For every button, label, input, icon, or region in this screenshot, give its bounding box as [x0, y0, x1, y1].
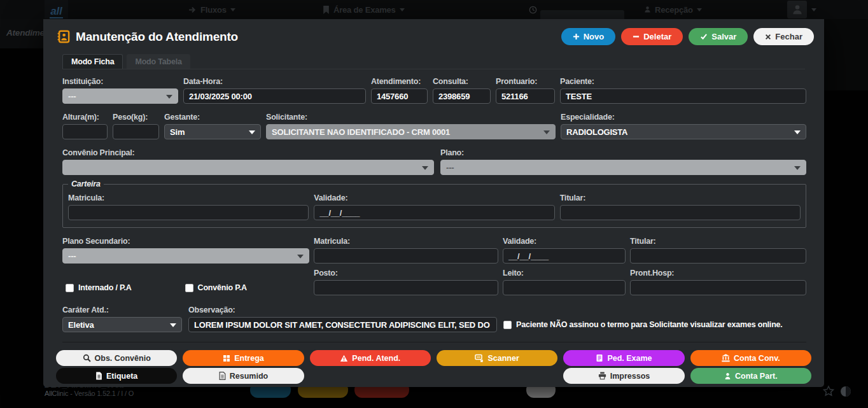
- chevron-down-icon: [297, 255, 304, 258]
- conta-conv-button[interactable]: Conta Conv.: [690, 350, 811, 366]
- internado-checkbox-row[interactable]: Internado / P.A: [66, 283, 132, 292]
- chevron-down-icon: [543, 130, 550, 134]
- termo-label: Paciente NÃO assinou o termo para Solici…: [516, 320, 783, 329]
- validade2-input[interactable]: __/__/____: [503, 248, 626, 264]
- carteira-fieldset: Carteira Matricula: Validade: __/__/____…: [62, 184, 806, 228]
- conta-conv-label: Conta Conv.: [734, 354, 780, 363]
- tab-modo-ficha[interactable]: Modo Ficha: [62, 54, 123, 69]
- observacao-input[interactable]: LOREM IPSUM DOLOR SIT AMET, CONSECTETUR …: [188, 317, 497, 332]
- ped-exame-button[interactable]: Ped. Exame: [563, 350, 684, 366]
- instituicao-label: Instituição:: [62, 77, 178, 86]
- peso-label: Peso(kg):: [113, 113, 159, 122]
- resumido-button[interactable]: Resumido: [183, 368, 304, 384]
- convenio-pa-checkbox-row[interactable]: Convênio P.A: [185, 283, 247, 292]
- entrega-button[interactable]: Entrega: [183, 350, 304, 366]
- consulta-value: 2398659: [438, 92, 470, 101]
- etiqueta-button[interactable]: Etiqueta: [56, 368, 177, 384]
- altura-label: Altura(m):: [62, 113, 108, 122]
- salvar-button-label: Salvar: [711, 32, 736, 41]
- plano-select[interactable]: ---: [440, 160, 806, 175]
- matricula2-label: Matricula:: [314, 237, 498, 246]
- convenio-principal-select[interactable]: [62, 160, 434, 175]
- star-icon[interactable]: [822, 385, 835, 398]
- carteira-validade-input[interactable]: __/__/____: [314, 205, 554, 220]
- modal-title: Manutenção do Atendimento: [57, 30, 238, 44]
- posto-label: Posto:: [314, 269, 498, 278]
- file-text-icon: [219, 372, 226, 380]
- pront-hosp-input[interactable]: [630, 280, 806, 295]
- solicitante-select[interactable]: SOLICITANTE NAO IDENTIFICADO - CRM 0001: [266, 124, 556, 139]
- prontuario-input[interactable]: 521166: [496, 88, 555, 104]
- carteira-validade-label: Validade:: [314, 193, 554, 202]
- convenio-pa-checkbox[interactable]: [185, 284, 193, 292]
- convenio-principal-label: Convênio Principal:: [62, 148, 434, 157]
- validade2-mask: __/__/____: [508, 251, 549, 261]
- carater-select[interactable]: Eletiva: [62, 317, 182, 332]
- consulta-input[interactable]: 2398659: [433, 88, 491, 104]
- fechar-button-label: Fechar: [775, 32, 802, 41]
- solicitante-label: Solicitante:: [266, 113, 556, 122]
- convenio-pa-label: Convênio P.A: [198, 283, 247, 292]
- data-hora-label: Data-Hora:: [183, 77, 366, 86]
- address-book-icon: [57, 30, 70, 43]
- instituicao-value: ---: [68, 92, 76, 101]
- conta-part-button[interactable]: Conta Part.: [690, 368, 811, 384]
- warning-icon: [340, 355, 348, 362]
- atendimento-label: Atendimento:: [371, 77, 428, 86]
- atendimento-input[interactable]: 1457660: [371, 88, 428, 104]
- especialidade-select[interactable]: RADIOLOGISTA: [561, 124, 806, 139]
- peso-input[interactable]: [113, 124, 159, 139]
- plano-secundario-label: Plano Secundario:: [62, 237, 309, 246]
- atendimento-value: 1457660: [377, 92, 408, 101]
- prontuario-label: Prontuario:: [496, 77, 555, 86]
- plano-secundario-select[interactable]: ---: [62, 248, 309, 264]
- consulta-label: Consulta:: [433, 77, 491, 86]
- paciente-input[interactable]: TESTE: [560, 88, 806, 104]
- deletar-button[interactable]: Deletar: [621, 28, 683, 45]
- internado-checkbox[interactable]: [66, 284, 74, 292]
- bank-icon: [722, 354, 730, 362]
- termo-checkbox-row[interactable]: Paciente NÃO assinou o termo para Solici…: [503, 320, 783, 329]
- plano-value: ---: [446, 163, 454, 172]
- titular2-input[interactable]: [630, 248, 806, 264]
- carteira-titular-label: Titular:: [560, 193, 801, 202]
- data-hora-input[interactable]: 21/03/2025 00:00: [183, 88, 366, 104]
- paciente-value: TESTE: [566, 92, 592, 101]
- carteira-matricula-input[interactable]: [68, 205, 309, 220]
- plano-label: Plano:: [440, 148, 806, 157]
- gestante-value: Sim: [170, 127, 185, 137]
- posto-input[interactable]: [314, 280, 498, 295]
- internado-label: Internado / P.A: [78, 283, 132, 292]
- close-icon: [765, 34, 771, 40]
- obs-convenio-button[interactable]: Obs. Convênio: [56, 350, 177, 366]
- impressos-button[interactable]: Impressos: [563, 368, 684, 384]
- carteira-matricula-label: Matricula:: [68, 193, 309, 202]
- altura-input[interactable]: [62, 124, 108, 139]
- carteira-legend: Carteira: [68, 179, 104, 188]
- chevron-down-icon: [170, 323, 176, 327]
- matricula2-input[interactable]: [314, 248, 498, 264]
- minus-icon: [633, 33, 640, 40]
- titular2-label: Titular:: [630, 237, 806, 246]
- termo-checkbox[interactable]: [503, 321, 512, 329]
- scanner-button[interactable]: Scanner: [437, 350, 557, 366]
- novo-button[interactable]: Novo: [561, 28, 616, 45]
- especialidade-value: RADIOLOGISTA: [566, 127, 627, 137]
- carater-label: Caráter Atd.:: [62, 306, 182, 314]
- mode-tabbar: Modo Ficha Modo Tabela: [62, 54, 805, 69]
- gestante-select[interactable]: Sim: [164, 124, 261, 139]
- validade2-label: Validade:: [503, 237, 626, 246]
- pend-atend-button[interactable]: Pend. Atend.: [310, 350, 431, 366]
- scanner-icon: [475, 354, 484, 362]
- data-hora-value: 21/03/2025 00:00: [189, 92, 252, 101]
- action-buttons: Obs. Convênio Entrega Pend. Atend. Scann…: [43, 342, 824, 384]
- carteira-titular-input[interactable]: [560, 205, 801, 220]
- leito-input[interactable]: [503, 280, 626, 295]
- fechar-button[interactable]: Fechar: [753, 28, 814, 45]
- salvar-button[interactable]: Salvar: [689, 28, 748, 45]
- tab-modo-tabela[interactable]: Modo Tabela: [127, 54, 190, 69]
- scanner-label: Scanner: [487, 354, 519, 363]
- gestante-label: Gestante:: [164, 113, 261, 122]
- instituicao-select[interactable]: ---: [62, 88, 178, 104]
- contrast-toggle-icon[interactable]: [839, 385, 852, 398]
